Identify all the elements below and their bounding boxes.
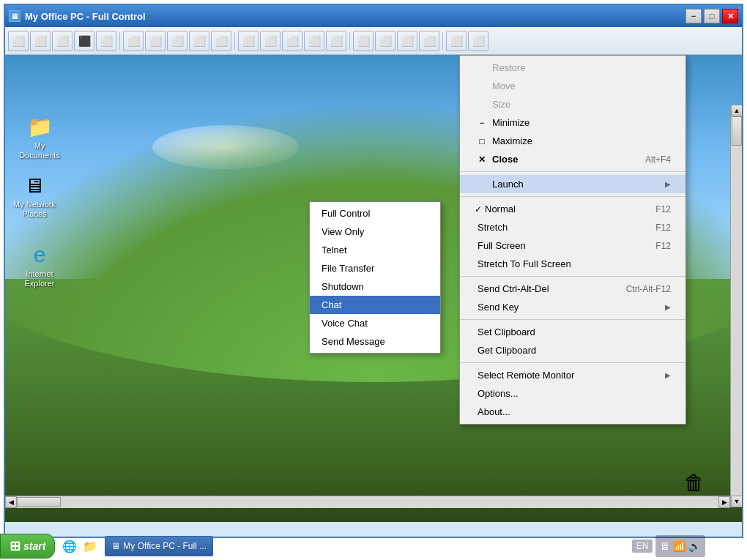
maximize-button[interactable]: □ <box>704 9 720 23</box>
toolbar-btn-6[interactable]: ⬜ <box>123 31 144 51</box>
toolbar-btn-2[interactable]: ⬜ <box>30 31 51 51</box>
size-label: Size <box>492 99 510 110</box>
taskbar-quick-launch: 🌐 📁 <box>58 537 102 555</box>
taskbar-ie-icon[interactable]: 🌐 <box>61 537 78 555</box>
ctx-right-restore[interactable]: Restore <box>460 59 685 77</box>
ctx-right-launch[interactable]: Launch ▶ <box>460 175 685 193</box>
task-label: My Office PC - Full ... <box>123 541 207 551</box>
ctx-view-only[interactable]: View Only <box>310 223 440 241</box>
toolbar-btn-21[interactable]: ⬜ <box>468 31 488 51</box>
toolbar-btn-1[interactable]: ⬜ <box>8 31 29 51</box>
close-icon: ✕ <box>475 154 489 165</box>
remote-monitor-label: Select Remote Monitor <box>477 370 574 381</box>
xp-desktop[interactable]: 📁 My Documents 🖥 My Network Places e Int… <box>5 55 742 522</box>
toolbar-btn-15[interactable]: ⬜ <box>326 31 346 51</box>
start-button[interactable]: ⊞ start <box>0 534 55 559</box>
hscroll-track[interactable] <box>17 496 718 508</box>
desktop-icon-my-network-places[interactable]: 🖥 My Network Places <box>9 172 60 219</box>
toolbar-btn-9[interactable]: ⬜ <box>189 31 209 51</box>
ctx-chat[interactable]: Chat <box>310 296 440 314</box>
toolbar-btn-11[interactable]: ⬜ <box>238 31 259 51</box>
ctx-right-close[interactable]: ✕ Close Alt+F4 <box>460 150 685 168</box>
ctx-right-stretch-full[interactable]: Stretch To Full Screen <box>460 255 685 273</box>
ctx-right-select-remote-monitor[interactable]: Select Remote Monitor ▶ <box>460 366 685 384</box>
taskbar-right: EN 🖥 📶 🔊 3:02 PM <box>626 535 747 557</box>
close-button[interactable]: ✕ <box>722 9 738 23</box>
toolbar-btn-12[interactable]: ⬜ <box>260 31 280 51</box>
ctx-right-send-key[interactable]: Send Key ▶ <box>460 298 685 316</box>
toolbar-btn-19[interactable]: ⬜ <box>419 31 439 51</box>
stretch-shortcut: F12 <box>655 223 671 233</box>
separator-3 <box>460 276 685 277</box>
normal-shortcut: F12 <box>655 204 671 214</box>
window-title: My Office PC - Full Control <box>25 11 146 22</box>
tray-speaker-icon[interactable]: 🔊 <box>688 540 701 552</box>
ctx-right-set-clipboard[interactable]: Set Clipboard <box>460 323 685 341</box>
tray-network-icon[interactable]: 🖥 <box>660 540 670 552</box>
tray-network2-icon[interactable]: 📶 <box>673 540 685 552</box>
toolbar-btn-4[interactable]: ⬛ <box>74 31 94 51</box>
toolbar-btn-14[interactable]: ⬜ <box>304 31 324 51</box>
toolbar-btn-5[interactable]: ⬜ <box>96 31 116 51</box>
full-screen-label: Full Screen <box>477 240 526 251</box>
context-menu-right: Restore Move Size <box>459 55 686 425</box>
toolbar-separator-1 <box>119 32 120 50</box>
ctx-right-normal[interactable]: ✓ Normal F12 <box>460 200 685 218</box>
bottom-scrollbar[interactable]: ◀ ▶ <box>5 496 730 507</box>
ctx-right-stretch[interactable]: Stretch F12 <box>460 218 685 236</box>
toolbar-btn-8[interactable]: ⬜ <box>167 31 187 51</box>
toolbar-btn-13[interactable]: ⬜ <box>282 31 302 51</box>
ctx-send-message[interactable]: Send Message <box>310 332 440 351</box>
scroll-track[interactable] <box>731 116 742 496</box>
ctx-right-maximize[interactable]: □ Maximize <box>460 132 685 150</box>
ctx-full-control[interactable]: Full Control <box>310 204 440 223</box>
scroll-down-button[interactable]: ▼ <box>731 496 742 507</box>
title-buttons: − □ ✕ <box>685 9 738 23</box>
hscroll-thumb[interactable] <box>17 497 61 507</box>
options-label: Options... <box>477 388 519 399</box>
ctx-right-minimize[interactable]: − Minimize <box>460 113 685 132</box>
toolbar-btn-10[interactable]: ⬜ <box>211 31 231 51</box>
remote-desktop: 📁 My Documents 🖥 My Network Places e Int… <box>5 55 742 522</box>
toolbar-btn-16[interactable]: ⬜ <box>353 31 374 51</box>
ctx-shutdown[interactable]: Shutdown <box>310 277 440 296</box>
taskbar-folder-icon[interactable]: 📁 <box>81 537 99 555</box>
ctx-right-options[interactable]: Options... <box>460 384 685 403</box>
launch-arrow: ▶ <box>665 180 671 188</box>
toolbar-btn-7[interactable]: ⬜ <box>145 31 166 51</box>
minimize-button[interactable]: − <box>685 9 702 23</box>
toolbar-btn-18[interactable]: ⬜ <box>397 31 417 51</box>
desktop-icon-internet-explorer[interactable]: e Internet Explorer <box>14 242 65 288</box>
toolbar-btn-17[interactable]: ⬜ <box>375 31 395 51</box>
send-cad-shortcut: Ctrl-Alt-F12 <box>626 284 671 294</box>
language-indicator[interactable]: EN <box>632 540 653 553</box>
scroll-up-button[interactable]: ▲ <box>731 105 742 116</box>
desktop-icon-my-documents[interactable]: 📁 My Documents <box>14 113 65 160</box>
ctx-right-move[interactable]: Move <box>460 77 685 95</box>
ctx-right-send-cad[interactable]: Send Ctrl-Alt-Del Ctrl-Alt-F12 <box>460 280 685 298</box>
windows-logo: ⊞ <box>10 538 21 554</box>
maximize-icon: □ <box>475 136 489 146</box>
scroll-left-button[interactable]: ◀ <box>5 496 17 508</box>
ctx-telnet[interactable]: Telnet <box>310 241 440 259</box>
context-menu-left: Full Control View Only Telnet File Trans… <box>309 201 441 354</box>
minimize-icon: − <box>475 118 489 128</box>
toolbar-btn-3[interactable]: ⬜ <box>52 31 73 51</box>
task-my-office-pc[interactable]: 🖥 My Office PC - Full ... <box>105 536 213 556</box>
scroll-thumb[interactable] <box>732 116 742 146</box>
about-label: About... <box>477 406 510 417</box>
ctx-right-size[interactable]: Size <box>460 95 685 113</box>
ctx-right-get-clipboard[interactable]: Get Clipboard <box>460 341 685 359</box>
ctx-voice-chat[interactable]: Voice Chat <box>310 314 440 332</box>
remote-scrollbar[interactable]: ▲ ▼ <box>730 105 742 507</box>
my-network-places-icon: 🖥 <box>21 172 48 198</box>
ctx-right-about[interactable]: About... <box>460 403 685 421</box>
toolbar-separator-4 <box>442 32 443 50</box>
ctx-file-transfer[interactable]: File Transfer <box>310 259 440 277</box>
toolbar-btn-20[interactable]: ⬜ <box>446 31 467 51</box>
ctx-right-full-screen[interactable]: Full Screen F12 <box>460 236 685 255</box>
scroll-right-button[interactable]: ▶ <box>718 496 730 508</box>
clock: 3:02 PM <box>708 541 741 551</box>
separator-1 <box>460 171 685 172</box>
close-shortcut: Alt+F4 <box>645 154 671 165</box>
